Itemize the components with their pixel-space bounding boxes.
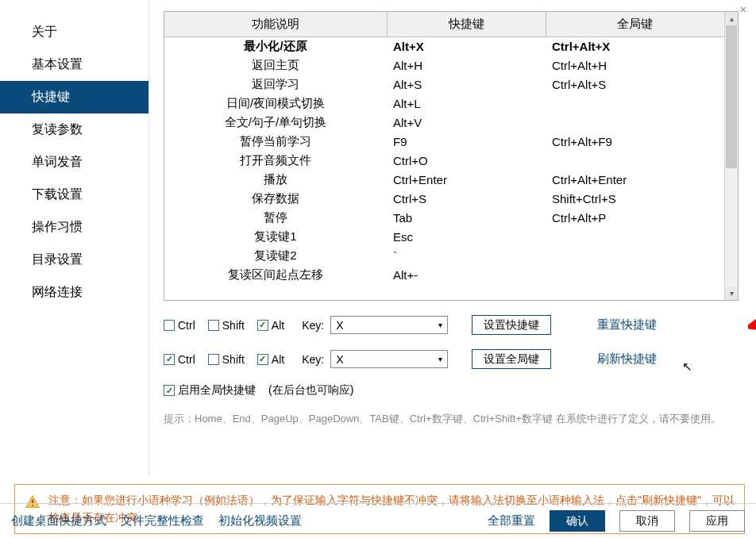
column-header-2[interactable]: 全局键 [546,12,724,37]
main-area: 关于基本设置快捷键复读参数单词发音下载设置操作习惯目录设置网络连接 功能说明快捷… [0,0,756,475]
enable-global-row: 启用全局快捷键 (在后台也可响应) [164,383,739,398]
sidebar-item-7[interactable]: 目录设置 [0,244,148,276]
cell [546,266,724,285]
table-row[interactable]: 复读键2` [164,247,724,266]
cell: 播放 [164,171,387,190]
shortcut-table-wrap: 功能说明快捷键全局键 最小化/还原Alt+XCtrl+Alt+X返回主页Alt+… [164,11,739,301]
cell: Alt+S [387,75,546,94]
cell: Ctrl+S [387,190,546,209]
cell [546,247,724,266]
global-modifier-row: Ctrl Shift Alt Key: X 设置全局键 刷新快捷键 [164,349,739,369]
cell: Alt+- [387,266,546,285]
cell: Tab [387,209,546,228]
table-row[interactable]: 全文/句子/单句切换Alt+V [164,113,724,133]
shortcut-table-scroll: 功能说明快捷键全局键 最小化/还原Alt+XCtrl+Alt+X返回主页Alt+… [164,12,724,300]
file-integrity-check-link[interactable]: 文件完整性检查 [121,513,204,528]
enable-global-checkbox[interactable]: 启用全局快捷键 [164,383,256,398]
sidebar-item-1[interactable]: 基本设置 [0,48,148,81]
cell: Shift+Ctrl+S [546,190,724,209]
cell: 打开音频文件 [164,152,387,171]
create-desktop-shortcut-link[interactable]: 创建桌面快捷方式 [11,513,106,528]
sidebar-item-4[interactable]: 单词发音 [0,146,148,179]
cell: 全文/句子/单句切换 [164,113,387,133]
cell: ` [387,247,546,266]
table-row[interactable]: 保存数据Ctrl+SShift+Ctrl+S [164,190,724,209]
scrollbar[interactable]: ▴ ▾ [724,12,738,300]
cell: Esc [387,228,546,247]
table-row[interactable]: 暂停TabCtrl+Alt+P [164,209,724,228]
cell: Alt+X [387,37,546,56]
table-row[interactable]: 最小化/还原Alt+XCtrl+Alt+X [164,37,724,56]
alt-checkbox-2[interactable]: Alt [257,353,284,366]
apply-button[interactable]: 应用 [689,510,745,532]
table-row[interactable]: 打开音频文件Ctrl+O [164,152,724,171]
cell: 返回学习 [164,75,387,94]
key-select-2[interactable]: X [330,350,448,368]
sidebar-item-5[interactable]: 下载设置 [0,179,148,211]
shift-checkbox-1[interactable]: Shift [208,319,245,332]
hint-text: 提示：Home、End、PageUp、PageDown、TAB键、Ctrl+数字… [164,412,739,426]
cell: Ctrl+Alt+F9 [546,133,724,152]
scroll-thumb[interactable] [726,25,737,168]
cell: Alt+H [387,56,546,75]
cell: Ctrl+Alt+Enter [546,171,724,190]
cell: 复读区间起点左移 [164,266,387,285]
reset-shortcut-link[interactable]: 重置快捷键 [597,317,657,332]
cell: Ctrl+Alt+X [546,37,724,56]
shift-checkbox-2[interactable]: Shift [208,353,245,366]
key-label-1: Key: [302,319,324,332]
cell [546,94,724,113]
key-label-2: Key: [302,353,324,366]
set-global-button[interactable]: 设置全局键 [472,349,551,369]
cell: Ctrl+Enter [387,171,546,190]
key-select-1[interactable]: X [330,316,448,334]
table-row[interactable]: 播放Ctrl+EnterCtrl+Alt+Enter [164,171,724,190]
cell: Alt+V [387,113,546,133]
sidebar-item-0[interactable]: 关于 [0,16,148,48]
cell: 日间/夜间模式切换 [164,94,387,113]
sidebar-item-3[interactable]: 复读参数 [0,113,148,146]
enable-global-suffix: (在后台也可响应) [268,383,353,398]
arrow-annotation [748,290,756,337]
ctrl-checkbox-2[interactable]: Ctrl [164,353,195,366]
ok-button[interactable]: 确认 [550,510,605,532]
sidebar-item-6[interactable]: 操作习惯 [0,211,148,244]
sidebar-item-8[interactable]: 网络连接 [0,276,148,309]
table-row[interactable]: 复读键1Esc [164,228,724,247]
cell: F9 [387,133,546,152]
cell: 复读键2 [164,247,387,266]
scroll-up-icon[interactable]: ▴ [725,12,738,25]
cell [546,152,724,171]
cell: 最小化/还原 [164,37,387,56]
cell: Ctrl+O [387,152,546,171]
table-row[interactable]: 返回学习Alt+SCtrl+Alt+S [164,75,724,94]
column-header-0[interactable]: 功能说明 [164,12,387,37]
content: 功能说明快捷键全局键 最小化/还原Alt+XCtrl+Alt+X返回主页Alt+… [149,0,756,475]
refresh-shortcut-link[interactable]: 刷新快捷键 [597,352,657,367]
shortcut-modifier-row: Ctrl Shift Alt Key: X 设置快捷键 重置快捷键 [164,315,739,335]
cell: 暂停 [164,209,387,228]
cell: Ctrl+Alt+P [546,209,724,228]
ctrl-checkbox-1[interactable]: Ctrl [164,319,195,332]
sidebar: 关于基本设置快捷键复读参数单词发音下载设置操作习惯目录设置网络连接 [0,0,149,475]
cell: 返回主页 [164,56,387,75]
alt-checkbox-1[interactable]: Alt [257,319,284,332]
sidebar-item-2[interactable]: 快捷键 [0,81,148,113]
cell: Ctrl+Alt+H [546,56,724,75]
scroll-down-icon[interactable]: ▾ [725,286,738,300]
table-row[interactable]: 复读区间起点左移Alt+- [164,266,724,285]
cell [546,228,724,247]
table-row[interactable]: 日间/夜间模式切换Alt+L [164,94,724,113]
table-row[interactable]: 返回主页Alt+HCtrl+Alt+H [164,56,724,75]
cancel-button[interactable]: 取消 [619,510,675,532]
cell: 保存数据 [164,190,387,209]
cell: 暂停当前学习 [164,133,387,152]
reset-all-link[interactable]: 全部重置 [488,513,535,528]
set-shortcut-button[interactable]: 设置快捷键 [472,315,551,335]
footer: 创建桌面快捷方式 文件完整性检查 初始化视频设置 全部重置 确认 取消 应用 [0,503,756,538]
init-video-settings-link[interactable]: 初始化视频设置 [218,513,302,528]
column-header-1[interactable]: 快捷键 [387,12,546,37]
cell: Alt+L [387,94,546,113]
cell [546,113,724,133]
table-row[interactable]: 暂停当前学习F9Ctrl+Alt+F9 [164,133,724,152]
